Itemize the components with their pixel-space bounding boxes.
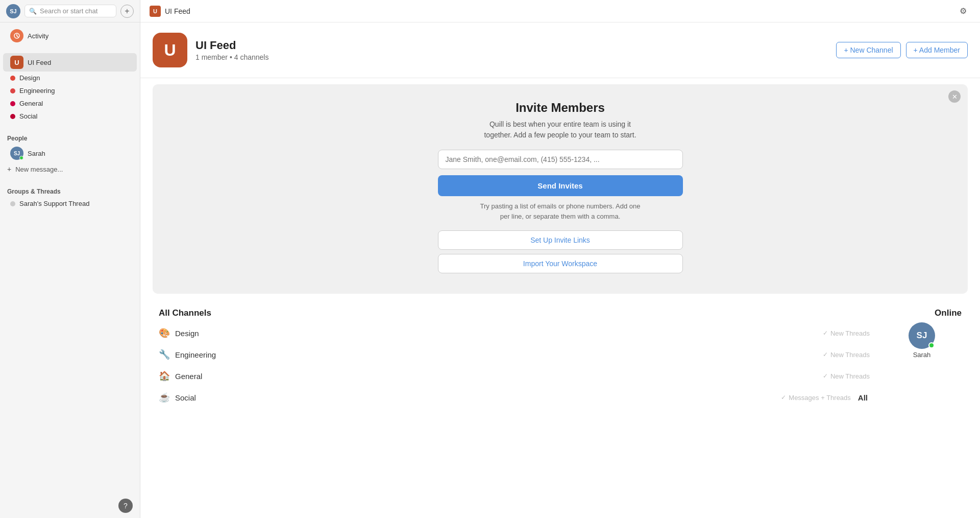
workspace-name-heading: UI Feed bbox=[195, 39, 828, 52]
online-users-panel: SJ Sarah bbox=[876, 322, 968, 359]
search-placeholder-text: Search or start chat bbox=[40, 7, 97, 15]
groups-section: Groups & Threads Sarah's Support Thread bbox=[0, 180, 140, 214]
new-item-button[interactable]: + bbox=[120, 5, 134, 18]
support-thread-label: Sarah's Support Thread bbox=[19, 200, 89, 207]
groups-section-header: Groups & Threads bbox=[0, 184, 140, 197]
send-invites-button[interactable]: Send Invites bbox=[438, 175, 683, 196]
workspace-name-label: UI Feed bbox=[28, 59, 51, 66]
sarah-online-indicator bbox=[928, 342, 935, 348]
design-dot bbox=[10, 76, 15, 81]
all-channels-title: All Channels bbox=[159, 308, 211, 318]
design-emoji: 🎨 bbox=[159, 327, 170, 339]
people-section: People SJ Sarah + New message... bbox=[0, 127, 140, 180]
activity-icon bbox=[10, 29, 23, 42]
close-invite-button[interactable]: ✕ bbox=[948, 90, 961, 103]
people-section-header: People bbox=[0, 131, 140, 144]
settings-button[interactable]: ⚙ bbox=[955, 4, 971, 19]
general-emoji: 🏠 bbox=[159, 370, 170, 382]
sidebar-item-engineering[interactable]: Engineering bbox=[3, 84, 137, 97]
engineering-name: Engineering bbox=[175, 350, 818, 359]
workspace-details: UI Feed 1 member • 4 channels bbox=[195, 39, 828, 61]
sarah-online-name: Sarah bbox=[913, 351, 931, 359]
user-avatar[interactable]: SJ bbox=[6, 4, 20, 18]
social-channel-label: Social bbox=[19, 112, 37, 120]
workspace-meta: 1 member • 4 channels bbox=[195, 53, 828, 61]
channels-list: 🎨 Design ✓ New Threads 🔧 Engineering ✓ N… bbox=[153, 322, 876, 408]
plus-icon: + bbox=[7, 165, 11, 173]
social-emoji: ☕ bbox=[159, 392, 170, 403]
main-content: U UI Feed ⚙ U UI Feed 1 member • 4 chann… bbox=[140, 0, 980, 518]
online-user-sarah: SJ Sarah bbox=[886, 322, 958, 359]
topbar-workspace-icon: U bbox=[150, 6, 161, 17]
sidebar-header: SJ 🔍 Search or start chat + bbox=[0, 0, 140, 22]
engineering-emoji: 🔧 bbox=[159, 349, 170, 360]
social-name: Social bbox=[175, 393, 776, 402]
new-message-label: New message... bbox=[15, 166, 63, 173]
sarah-online-dot bbox=[19, 156, 23, 160]
workspace-logo: U bbox=[153, 33, 187, 67]
check-icon: ✓ bbox=[823, 329, 828, 337]
sarah-avatar: SJ bbox=[10, 147, 23, 160]
channel-row-design[interactable]: 🎨 Design ✓ New Threads bbox=[153, 322, 876, 344]
design-name: Design bbox=[175, 329, 818, 338]
general-name: General bbox=[175, 372, 818, 381]
engineering-channel-label: Engineering bbox=[19, 87, 55, 95]
new-message-item[interactable]: + New message... bbox=[0, 162, 140, 176]
activity-label: Activity bbox=[28, 32, 48, 40]
search-bar[interactable]: 🔍 Search or start chat bbox=[24, 5, 116, 17]
sidebar-item-social[interactable]: Social bbox=[3, 110, 137, 123]
new-channel-button[interactable]: + New Channel bbox=[836, 42, 900, 58]
workspace-info-row: U UI Feed 1 member • 4 channels + New Ch… bbox=[140, 22, 980, 78]
invite-subtitle: Quill is best when your entire team is u… bbox=[484, 119, 636, 140]
sidebar-item-sarah[interactable]: SJ Sarah bbox=[3, 144, 137, 162]
channel-row-general[interactable]: 🏠 General ✓ New Threads bbox=[153, 365, 876, 387]
invite-panel: ✕ Invite Members Quill is best when your… bbox=[153, 84, 968, 294]
sidebar-item-general[interactable]: General bbox=[3, 97, 137, 110]
thread-dot bbox=[10, 201, 15, 206]
sidebar-item-design[interactable]: Design bbox=[3, 72, 137, 84]
check-icon-eng: ✓ bbox=[823, 351, 828, 358]
main-topbar: U UI Feed ⚙ bbox=[140, 0, 980, 22]
add-member-button[interactable]: + Add Member bbox=[906, 42, 968, 58]
sarah-online-avatar: SJ bbox=[909, 322, 935, 349]
sarah-label: Sarah bbox=[28, 150, 45, 157]
all-badge: All bbox=[856, 393, 870, 402]
engineering-status: ✓ New Threads bbox=[823, 351, 870, 359]
channel-row-social[interactable]: ☕ Social ✓ Messages + Threads All bbox=[153, 387, 876, 408]
sidebar-bottom: ? bbox=[0, 493, 140, 518]
invite-title: Invite Members bbox=[516, 101, 605, 115]
workspace-section: U UI Feed Design Engineering General Soc… bbox=[0, 49, 140, 127]
engineering-dot bbox=[10, 88, 15, 93]
search-icon: 🔍 bbox=[29, 8, 37, 15]
help-button[interactable]: ? bbox=[118, 499, 133, 513]
invite-email-input[interactable] bbox=[438, 150, 683, 169]
sidebar-item-activity[interactable]: Activity bbox=[3, 27, 137, 45]
check-icon-soc: ✓ bbox=[781, 394, 786, 401]
import-workspace-button[interactable]: Import Your Workspace bbox=[438, 254, 683, 273]
invite-note: Try pasting a list of emails or phone nu… bbox=[480, 201, 641, 221]
sidebar: SJ 🔍 Search or start chat + Activity U bbox=[0, 0, 140, 518]
channels-section-header: All Channels Online bbox=[153, 300, 968, 322]
channel-row-engineering[interactable]: 🔧 Engineering ✓ New Threads bbox=[153, 344, 876, 365]
svg-line-2 bbox=[17, 36, 18, 37]
channels-section: All Channels Online 🎨 Design ✓ New Threa… bbox=[140, 300, 980, 518]
general-channel-label: General bbox=[19, 100, 43, 107]
setup-invite-links-button[interactable]: Set Up Invite Links bbox=[438, 230, 683, 250]
online-title: Online bbox=[935, 308, 962, 318]
sidebar-item-support-thread[interactable]: Sarah's Support Thread bbox=[3, 197, 137, 210]
sidebar-item-workspace[interactable]: U UI Feed bbox=[3, 53, 137, 72]
workspace-icon: U bbox=[10, 56, 23, 69]
general-status: ✓ New Threads bbox=[823, 372, 870, 380]
workspace-actions: + New Channel + Add Member bbox=[836, 42, 968, 58]
activity-section: Activity bbox=[0, 22, 140, 49]
design-status: ✓ New Threads bbox=[823, 329, 870, 337]
general-dot bbox=[10, 101, 15, 106]
social-status: ✓ Messages + Threads bbox=[781, 394, 851, 402]
topbar-title: UI Feed bbox=[165, 7, 951, 15]
check-icon-gen: ✓ bbox=[823, 372, 828, 380]
settings-icon: ⚙ bbox=[960, 6, 967, 16]
design-channel-label: Design bbox=[19, 74, 40, 82]
social-dot bbox=[10, 114, 15, 119]
